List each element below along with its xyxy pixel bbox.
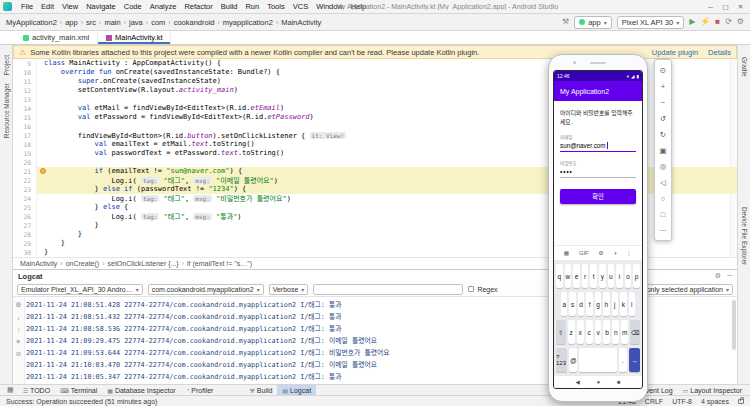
enter-key[interactable]: →: [629, 348, 640, 372]
back-nav-icon[interactable]: ◀: [576, 379, 580, 385]
breadcrumb-item-src[interactable]: src: [86, 18, 96, 27]
menu-view[interactable]: View: [58, 2, 82, 11]
scroll-down-icon[interactable]: ↓: [17, 314, 20, 321]
key-l[interactable]: l: [629, 292, 635, 316]
power-button-icon[interactable]: ⊙: [656, 62, 670, 78]
key-g[interactable]: g: [595, 292, 601, 316]
settings-icon[interactable]: ⚙: [16, 301, 22, 309]
key-k[interactable]: k: [620, 292, 626, 316]
breadcrumb-item-cookandroid[interactable]: cookandroid: [174, 18, 215, 27]
key-h[interactable]: h: [603, 292, 609, 316]
menu-code[interactable]: Code: [120, 2, 146, 11]
menu-file[interactable]: File: [17, 2, 37, 11]
key-n[interactable]: n: [612, 320, 619, 344]
overview-nav-icon[interactable]: ■: [617, 379, 620, 385]
toolwindow-gradle[interactable]: Gradle: [741, 57, 748, 77]
key-w[interactable]: w: [565, 264, 572, 288]
breadcrumb-item-mainactivity[interactable]: MainActivity: [281, 18, 321, 27]
volume-up-button-icon[interactable]: +: [656, 78, 670, 94]
email-field[interactable]: sun@naver.com: [560, 140, 636, 152]
key-c[interactable]: c: [586, 320, 593, 344]
tab-activity-main-xml[interactable]: activity_main.xml: [15, 31, 98, 44]
breadcrumb-item-myapplication2[interactable]: MyApplication2: [6, 18, 57, 27]
key-u[interactable]: u: [608, 264, 615, 288]
stop-icon[interactable]: ■: [715, 18, 720, 26]
key-f[interactable]: f: [586, 292, 592, 316]
key-i[interactable]: i: [616, 264, 623, 288]
toolwindow-switcher-icon[interactable]: ▦: [3, 386, 18, 394]
regex-checkbox[interactable]: Regex: [468, 286, 497, 293]
password-field[interactable]: ••••: [560, 166, 636, 178]
toolwindow-button-profiler[interactable]: ◔Profiler: [181, 385, 219, 395]
toolwindow-button-todo[interactable]: ☰TODO: [18, 385, 56, 395]
device-select[interactable]: Pixel XL API 30 ▾: [617, 16, 684, 29]
confirm-button[interactable]: 확인: [560, 189, 636, 204]
key-m[interactable]: m: [621, 320, 628, 344]
editor-breadcrumb-item[interactable]: onCreate(): [66, 260, 99, 267]
key-[interactable]: @: [569, 348, 577, 372]
toolwindow-button-build[interactable]: ⚒Build: [244, 385, 277, 395]
mic-icon[interactable]: ⋮: [626, 250, 632, 256]
sync-icon[interactable]: ⟳: [725, 18, 732, 26]
toolwindow-device-file-explorer[interactable]: Device File Explorer: [741, 207, 748, 265]
back-button-icon[interactable]: ◁: [656, 174, 670, 190]
gif-icon[interactable]: GIF: [579, 250, 589, 256]
logcat-device-select[interactable]: Emulator Pixel_XL_API_30 Andro… ▾: [17, 284, 143, 295]
menu-edit[interactable]: Edit: [37, 2, 58, 11]
key-z[interactable]: z: [568, 320, 575, 344]
scroll-up-icon[interactable]: ↑: [17, 326, 20, 333]
key-t[interactable]: t: [590, 264, 597, 288]
backspace-key[interactable]: ⌫: [630, 320, 640, 344]
key-q[interactable]: q: [556, 264, 563, 288]
breadcrumb-item-com[interactable]: com: [151, 18, 165, 27]
rotate-right-button-icon[interactable]: ↻: [656, 126, 670, 142]
toolwindow-button-logcat[interactable]: ▤Logcat: [277, 385, 316, 395]
phone-screen[interactable]: 12:46 ▾◢▮ My Application2 아이디와 비밀번호를 입력해…: [553, 70, 643, 389]
key-b[interactable]: b: [603, 320, 610, 344]
status-widget-4-spaces[interactable]: 4 spaces: [701, 398, 729, 405]
theme-icon[interactable]: ◑: [613, 250, 617, 256]
settings-icon[interactable]: ⚙: [737, 18, 744, 26]
key-p[interactable]: p: [633, 264, 640, 288]
key-v[interactable]: v: [595, 320, 602, 344]
clear-icon[interactable]: ⊘: [16, 350, 21, 358]
key-e[interactable]: e: [573, 264, 580, 288]
run-icon[interactable]: ▶: [689, 18, 695, 26]
screenshot-button-icon[interactable]: ▣: [656, 142, 670, 158]
key-x[interactable]: x: [577, 320, 584, 344]
logcat-search-input[interactable]: [313, 284, 463, 295]
menu-run[interactable]: Run: [241, 2, 263, 11]
toolwindow-resource-manager[interactable]: Resource Manager: [3, 83, 10, 138]
editor-breadcrumb-item[interactable]: setOnClickListener {...}: [108, 260, 179, 267]
space-key[interactable]: [579, 348, 616, 372]
key-o[interactable]: o: [625, 264, 632, 288]
symbols-key[interactable]: ?123: [556, 348, 567, 372]
maximize-button-icon[interactable]: ▢: [718, 0, 733, 13]
key-a[interactable]: a: [561, 292, 567, 316]
tab-mainactivity-kt[interactable]: MainActivity.kt: [98, 31, 171, 44]
toolwindow-button-layout-inspector[interactable]: ▭Layout Inspector: [678, 387, 747, 394]
settings-icon[interactable]: ⚙: [715, 272, 721, 280]
key-y[interactable]: y: [599, 264, 606, 288]
run-config-select[interactable]: app ▾: [574, 16, 612, 29]
close-button-icon[interactable]: ✕: [733, 0, 748, 13]
home-nav-icon[interactable]: ●: [597, 379, 600, 385]
menu-analyze[interactable]: Analyze: [146, 2, 181, 11]
menu-refactor[interactable]: Refactor: [180, 2, 216, 11]
editor-breadcrumb-item[interactable]: MainActivity: [20, 260, 57, 267]
home-button-icon[interactable]: ○: [656, 190, 670, 206]
breadcrumb-item-java[interactable]: java: [129, 18, 143, 27]
shift-key[interactable]: ⇧: [556, 320, 566, 344]
toolwindow-button-database-inspector[interactable]: ▦Database Inspector: [102, 385, 180, 395]
apply-changes-icon[interactable]: ⚡: [700, 18, 710, 26]
overview-button-icon[interactable]: □: [656, 206, 670, 222]
menu-tools[interactable]: Tools: [263, 2, 289, 11]
key-j[interactable]: j: [612, 292, 618, 316]
zoom-button-icon[interactable]: ◎: [656, 158, 670, 174]
logcat-package-select[interactable]: com.cookandroid.myapplication2 ▾: [148, 284, 264, 295]
logcat-level-select[interactable]: Verbose ▾: [269, 284, 309, 295]
sticker-icon[interactable]: ▦: [564, 250, 569, 256]
settings-icon[interactable]: ⚙: [598, 250, 603, 256]
banner-action-details[interactable]: Details: [708, 48, 731, 57]
menu-vcs[interactable]: VCS: [289, 2, 312, 11]
